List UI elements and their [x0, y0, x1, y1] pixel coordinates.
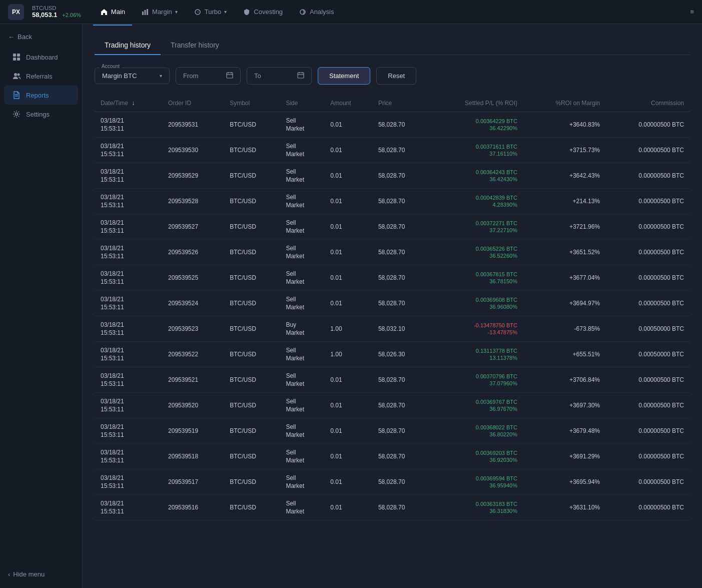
- svg-rect-1: [145, 10, 146, 15]
- cell-datetime: 03/18/21 15:53:11: [95, 418, 162, 444]
- table-row: 03/18/21 15:53:11 209539523 BTC/USD Buy …: [95, 316, 690, 342]
- cell-price: 58,028.70: [372, 393, 429, 418]
- cell-price: 58,028.70: [372, 367, 429, 393]
- sidebar-item-dashboard[interactable]: Dashboard: [4, 48, 78, 67]
- cell-datetime: 03/18/21 15:53:11: [95, 189, 162, 214]
- cell-commission: 0.00000500 BTC: [606, 469, 690, 495]
- nav-item-analysis[interactable]: Analysis: [292, 5, 341, 19]
- cell-side: Sell Market: [280, 138, 324, 163]
- cell-amount: 0.01: [324, 240, 372, 265]
- col-header-roi: %ROI on Margin: [523, 95, 606, 112]
- cell-amount: 0.01: [324, 291, 372, 316]
- ticker: BTC/USD 58,053.1 +2.06%: [32, 5, 81, 19]
- sidebar-item-reports[interactable]: Reports: [4, 86, 78, 105]
- cell-commission: 0.00000500 BTC: [606, 291, 690, 316]
- svg-rect-5: [13, 54, 16, 57]
- cell-amount: 0.01: [324, 469, 372, 495]
- statement-button[interactable]: Statement: [318, 67, 370, 85]
- table-row: 03/18/21 15:53:11 209539528 BTC/USD Sell…: [95, 189, 690, 214]
- sidebar-item-referrals[interactable]: Referrals: [4, 67, 78, 86]
- home-icon: [100, 8, 108, 16]
- sidebar-item-settings[interactable]: Settings: [4, 105, 78, 124]
- cell-datetime: 03/18/21 15:53:11: [95, 316, 162, 342]
- nav-item-margin[interactable]: Margin ▾: [134, 5, 185, 19]
- back-button[interactable]: ← Back: [0, 28, 82, 46]
- cell-side: Sell Market: [280, 342, 324, 367]
- cell-symbol: BTC/USD: [224, 214, 280, 240]
- cell-side: Sell Market: [280, 469, 324, 495]
- table-row: 03/18/21 15:53:11 209539530 BTC/USD Sell…: [95, 138, 690, 163]
- reset-button[interactable]: Reset: [376, 67, 416, 85]
- cell-roi: +3695.94%: [523, 469, 606, 495]
- cell-order-id: 209539517: [162, 469, 224, 495]
- cell-order-id: 209539521: [162, 367, 224, 393]
- cell-commission: 0.00000500 BTC: [606, 163, 690, 189]
- from-input[interactable]: From: [176, 67, 241, 85]
- nav-item-main[interactable]: Main: [93, 5, 132, 19]
- cell-pnl: -0.13478750 BTC -13.47875%: [429, 316, 523, 342]
- cell-symbol: BTC/USD: [224, 393, 280, 418]
- calendar-to-icon: [297, 72, 304, 80]
- account-select[interactable]: Margin BTC ▾: [95, 68, 170, 84]
- from-filter: From: [176, 67, 241, 85]
- cell-side: Sell Market: [280, 367, 324, 393]
- cell-pnl: 0.00369767 BTC 36.97670%: [429, 393, 523, 418]
- menu-toggle[interactable]: ≡: [690, 8, 694, 16]
- cell-datetime: 03/18/21 15:53:11: [95, 265, 162, 291]
- cell-amount: 0.01: [324, 112, 372, 138]
- nav-item-covesting[interactable]: Covesting: [236, 5, 290, 19]
- cell-order-id: 209539529: [162, 163, 224, 189]
- ticker-change: +2.06%: [62, 12, 81, 18]
- margin-arrow-icon: ▾: [175, 9, 178, 15]
- tab-transfer-history[interactable]: Transfer history: [161, 36, 229, 55]
- cell-side: Sell Market: [280, 265, 324, 291]
- cell-side: Sell Market: [280, 495, 324, 520]
- cell-commission: 0.00000500 BTC: [606, 367, 690, 393]
- cell-symbol: BTC/USD: [224, 189, 280, 214]
- cell-commission: 0.00000500 BTC: [606, 444, 690, 469]
- sort-icon[interactable]: ↓: [132, 100, 135, 107]
- ticker-price: 58,053.1: [32, 11, 58, 19]
- cell-datetime: 03/18/21 15:53:11: [95, 138, 162, 163]
- turbo-icon: [194, 8, 202, 16]
- table-row: 03/18/21 15:53:11 209539519 BTC/USD Sell…: [95, 418, 690, 444]
- calendar-from-icon: [226, 72, 233, 80]
- cell-order-id: 209539524: [162, 291, 224, 316]
- cell-amount: 0.01: [324, 418, 372, 444]
- hide-menu-button[interactable]: ‹ Hide menu: [0, 564, 82, 584]
- account-value: Margin BTC: [102, 72, 137, 80]
- cell-amount: 1.00: [324, 316, 372, 342]
- cell-roi: -673.85%: [523, 316, 606, 342]
- cell-price: 58,028.70: [372, 240, 429, 265]
- cell-pnl: 0.13113778 BTC 13.11378%: [429, 342, 523, 367]
- cell-commission: 0.00050000 BTC: [606, 316, 690, 342]
- cell-roi: +3706.84%: [523, 367, 606, 393]
- table-row: 03/18/21 15:53:11 209539529 BTC/USD Sell…: [95, 163, 690, 189]
- to-input[interactable]: To: [247, 67, 312, 85]
- cell-price: 58,028.70: [372, 469, 429, 495]
- cell-datetime: 03/18/21 15:53:11: [95, 444, 162, 469]
- col-header-order-id: Order ID: [162, 95, 224, 112]
- svg-rect-2: [147, 9, 148, 15]
- cell-commission: 0.00000500 BTC: [606, 265, 690, 291]
- cell-symbol: BTC/USD: [224, 418, 280, 444]
- cell-roi: +3715.73%: [523, 138, 606, 163]
- col-header-commission: Commission: [606, 95, 690, 112]
- tab-trading-history[interactable]: Trading history: [95, 36, 161, 55]
- table-row: 03/18/21 15:53:11 209539527 BTC/USD Sell…: [95, 214, 690, 240]
- cell-datetime: 03/18/21 15:53:11: [95, 469, 162, 495]
- nav-item-turbo[interactable]: Turbo ▾: [187, 5, 234, 19]
- cell-price: 58,028.70: [372, 291, 429, 316]
- cell-order-id: 209539520: [162, 393, 224, 418]
- cell-symbol: BTC/USD: [224, 163, 280, 189]
- cell-side: Sell Market: [280, 214, 324, 240]
- cell-pnl: 0.00371611 BTC 37.16110%: [429, 138, 523, 163]
- cell-amount: 0.01: [324, 495, 372, 520]
- cell-side: Sell Market: [280, 291, 324, 316]
- cell-datetime: 03/18/21 15:53:11: [95, 495, 162, 520]
- sidebar-item-referrals-label: Referrals: [26, 73, 53, 80]
- gear-icon: [12, 110, 21, 119]
- cell-commission: 0.00000500 BTC: [606, 418, 690, 444]
- cell-roi: +655.51%: [523, 342, 606, 367]
- col-header-price: Price: [372, 95, 429, 112]
